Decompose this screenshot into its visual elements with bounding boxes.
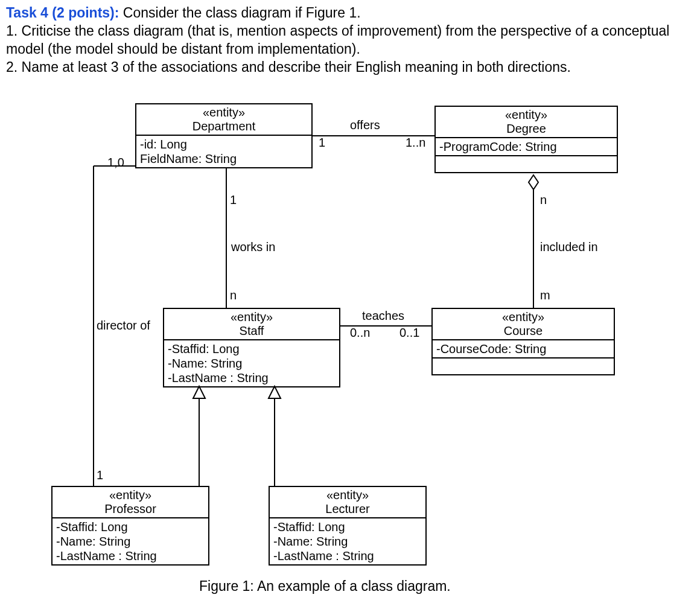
class-degree-attrs: -ProgramCode: String bbox=[436, 137, 617, 155]
class-course-attrs: -CourseCode: String bbox=[433, 339, 614, 357]
task-line2: model (the model should be distant from … bbox=[6, 41, 360, 57]
mult-teaches-m1: 0..n bbox=[350, 326, 370, 340]
class-lecturer-attrs: -Staffid: Long -Name: String -LastName :… bbox=[270, 517, 425, 564]
task-title: Task 4 (2 points): bbox=[6, 5, 119, 21]
assoc-offers-label: offers bbox=[350, 118, 380, 132]
task-text: Task 4 (2 points): Consider the class di… bbox=[6, 4, 669, 76]
class-department-attrs: -id: Long FieldName: String bbox=[136, 135, 311, 167]
class-professor-header: «entity» Professor bbox=[52, 487, 208, 517]
class-name: Course bbox=[504, 324, 542, 337]
mult-includedin-m2: m bbox=[540, 288, 550, 302]
mult-teaches-m2: 0..1 bbox=[399, 326, 419, 340]
class-lecturer-header: «entity» Lecturer bbox=[270, 487, 425, 517]
mult-offers-m2: 1..n bbox=[406, 136, 425, 150]
class-degree-ops bbox=[436, 155, 617, 172]
class-department: «entity» Department -id: Long FieldName:… bbox=[135, 103, 313, 168]
class-professor: «entity» Professor -Staffid: Long -Name:… bbox=[51, 486, 209, 566]
assoc-worksin-label: works in bbox=[231, 240, 275, 254]
class-degree-header: «entity» Degree bbox=[436, 107, 617, 137]
class-course: «entity» Course -CourseCode: String bbox=[431, 308, 615, 375]
class-professor-attrs: -Staffid: Long -Name: String -LastName :… bbox=[52, 517, 208, 564]
svg-marker-3 bbox=[529, 175, 538, 190]
mult-worksin-m2: n bbox=[230, 288, 237, 302]
page-root: Task 4 (2 points): Consider the class di… bbox=[0, 0, 700, 612]
class-name: Staff bbox=[240, 324, 264, 337]
assoc-teaches-label: teaches bbox=[362, 309, 404, 323]
class-degree: «entity» Degree -ProgramCode: String bbox=[434, 106, 618, 173]
task-intro: Consider the class diagram if Figure 1. bbox=[119, 5, 360, 21]
class-name: Lecturer bbox=[325, 502, 369, 515]
class-name: Degree bbox=[506, 122, 546, 135]
stereotype: «entity» bbox=[109, 488, 151, 502]
class-department-header: «entity» Department bbox=[136, 104, 311, 135]
mult-worksin-m1: 1 bbox=[230, 193, 237, 207]
class-staff-header: «entity» Staff bbox=[164, 309, 339, 339]
stereotype: «entity» bbox=[326, 488, 369, 502]
task-line1: 1. Criticise the class diagram (that is,… bbox=[6, 23, 669, 39]
mult-directorof-m2: 1 bbox=[97, 468, 103, 482]
mult-directorof-m1: 1,0 bbox=[107, 156, 124, 170]
stereotype: «entity» bbox=[203, 106, 245, 119]
task-line3: 2. Name at least 3 of the associations a… bbox=[6, 59, 571, 75]
class-course-ops bbox=[433, 357, 614, 374]
mult-includedin-m1: n bbox=[540, 193, 547, 207]
class-staff: «entity» Staff -Staffid: Long -Name: Str… bbox=[163, 308, 340, 387]
svg-marker-8 bbox=[193, 386, 205, 398]
class-lecturer: «entity» Lecturer -Staffid: Long -Name: … bbox=[269, 486, 427, 566]
assoc-includedin-label: included in bbox=[540, 240, 598, 254]
figure-caption: Figure 1: An example of a class diagram. bbox=[199, 578, 451, 594]
stereotype: «entity» bbox=[502, 310, 544, 324]
mult-offers-m1: 1 bbox=[319, 136, 325, 150]
assoc-directorof-label: director of bbox=[97, 319, 150, 333]
class-name: Professor bbox=[104, 502, 156, 515]
stereotype: «entity» bbox=[505, 108, 547, 121]
class-course-header: «entity» Course bbox=[433, 309, 614, 339]
class-name: Department bbox=[192, 120, 256, 133]
stereotype: «entity» bbox=[231, 310, 273, 324]
class-staff-attrs: -Staffid: Long -Name: String -LastName :… bbox=[164, 339, 339, 386]
svg-marker-10 bbox=[269, 386, 281, 398]
